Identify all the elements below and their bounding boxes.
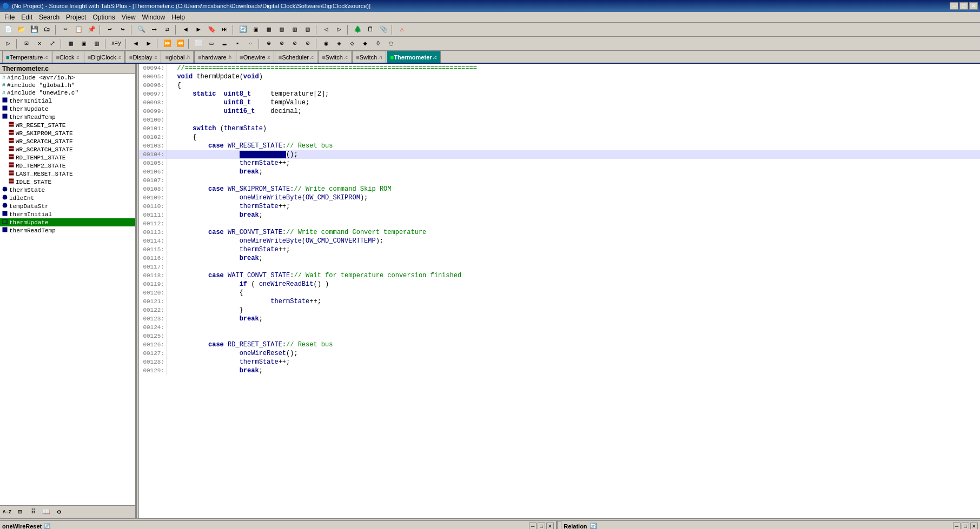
sidebar-item-12[interactable]: LAST_RESET_STATE (0, 170, 135, 178)
extra3-btn[interactable]: ⊘ (289, 38, 301, 50)
maximize-button[interactable]: □ (959, 2, 968, 10)
extra7-btn[interactable]: ◇ (346, 38, 358, 50)
sidebar-book-btn[interactable]: 📖 (40, 506, 52, 518)
win5-btn[interactable]: ▫ (244, 38, 256, 50)
tab-thermometer[interactable]: ■ Thermometer .c (387, 51, 441, 63)
br-close-btn[interactable]: ✕ (970, 523, 978, 530)
tag-btn[interactable]: ✕ (34, 38, 45, 50)
sidebar-scroll[interactable]: ##include <avr/io.h>##include "global.h"… (0, 74, 135, 505)
sidebar-item-14[interactable]: thermState (0, 186, 135, 194)
sidebar-item-2[interactable]: ##include "Onewire.c" (0, 89, 135, 97)
sidebar-item-0[interactable]: ##include <avr/io.h> (0, 74, 135, 82)
save-all-btn[interactable]: 🗂 (41, 24, 53, 36)
code-editor[interactable]: 00094: //===============================… (139, 64, 980, 518)
sidebar-item-5[interactable]: thermReadTemp (0, 113, 135, 121)
tab-global[interactable]: ■ global .h (162, 51, 194, 63)
sidebar-item-16[interactable]: tempDataStr (0, 202, 135, 210)
back-btn[interactable]: ◀ (180, 24, 191, 36)
sidebar-item-6[interactable]: WR_RESET_STATE (0, 121, 135, 129)
proj-btn[interactable]: ▷ (2, 38, 14, 50)
sidebar-item-3[interactable]: thermInitial (0, 97, 135, 105)
br-minimize-btn[interactable]: ─ (953, 523, 961, 530)
win1-btn[interactable]: ⬜ (193, 38, 204, 50)
sidebar-item-11[interactable]: RD_TEMP2_STATE (0, 162, 135, 170)
bl-minimize-btn[interactable]: ─ (529, 523, 537, 530)
sidebar-item-9[interactable]: WR_SCRATCH_STATE (0, 145, 135, 153)
tab-scheduler[interactable]: ■ Scheduler .c (275, 51, 317, 63)
bottom-v-splitter[interactable] (557, 521, 561, 529)
win2-btn[interactable]: ▭ (206, 38, 217, 50)
extra9-btn[interactable]: ◊ (372, 38, 384, 50)
menu-edit[interactable]: Edit (18, 12, 36, 22)
nextsym-btn[interactable]: ⏭ (218, 24, 230, 36)
bl-close-btn[interactable]: ✕ (546, 523, 554, 530)
tab-digiclock[interactable]: ■ DigiClock .c (84, 51, 125, 63)
tab-clock[interactable]: ■ Clock .c (52, 51, 83, 63)
sidebar-item-8[interactable]: WR_SCRATCH_STATE (0, 137, 135, 145)
tab-temperature[interactable]: ■ Temperature .c (2, 51, 51, 63)
win4-btn[interactable]: ▪ (231, 38, 243, 50)
new-btn[interactable]: 📄 (2, 24, 14, 36)
copy-btn[interactable]: 📋 (72, 24, 84, 36)
sidebar-item-19[interactable]: thermReadTemp (0, 226, 135, 235)
sidebar-item-17[interactable]: thermInitial (0, 210, 135, 218)
sidebar-settings-btn[interactable]: ⚙ (53, 506, 65, 518)
extra4-btn[interactable]: ⊙ (302, 38, 314, 50)
sidebar-item-7[interactable]: WR_SKIPROM_STATE (0, 129, 135, 137)
menu-file[interactable]: File (1, 12, 18, 22)
buf5-btn[interactable]: ▧ (302, 24, 314, 36)
tab-onewire[interactable]: ■ Onewire .c (236, 51, 274, 63)
open-btn[interactable]: 📂 (15, 24, 27, 36)
nextmark-btn[interactable]: ▶ (143, 38, 155, 50)
sidebar-item-13[interactable]: IDLE_STATE (0, 178, 135, 186)
sync2-btn[interactable]: ⊡ (21, 38, 32, 50)
buf4-btn[interactable]: ▥ (289, 24, 301, 36)
sidebar-item-10[interactable]: RD_TEMP1_STATE (0, 153, 135, 162)
sidebar-item-4[interactable]: thermUpdate (0, 105, 135, 113)
sidebar-dots-btn[interactable]: ⠿ (27, 506, 39, 518)
close-button[interactable]: ✕ (969, 2, 978, 10)
code-content[interactable]: 00094: //===============================… (139, 64, 980, 518)
buf1-btn[interactable]: ▣ (250, 24, 262, 36)
prevmark-btn[interactable]: ◀ (130, 38, 142, 50)
callhier-btn[interactable]: 🌲 (352, 24, 363, 36)
extra6-btn[interactable]: ◈ (333, 38, 345, 50)
paste-btn[interactable]: 📌 (85, 24, 97, 36)
menu-help[interactable]: Help (168, 12, 188, 22)
extra1-btn[interactable]: ⊕ (263, 38, 275, 50)
buf2-btn[interactable]: ▦ (263, 24, 275, 36)
tag2-btn[interactable]: ⤢ (47, 38, 58, 50)
redo-btn[interactable]: ↪ (117, 24, 129, 36)
save-btn[interactable]: 💾 (28, 24, 40, 36)
sidebar-grid-btn[interactable]: ⊞ (14, 506, 26, 518)
extra8-btn[interactable]: ◆ (359, 38, 371, 50)
tab-hardware[interactable]: ■ hardware .h (194, 51, 235, 63)
warn-btn[interactable]: ⚠ (396, 24, 408, 36)
menu-view[interactable]: View (118, 12, 139, 22)
find-btn[interactable]: 🔍 (135, 24, 147, 36)
sync-btn[interactable]: 🔄 (237, 24, 249, 36)
tab-display[interactable]: ■ Display .c (125, 51, 161, 63)
bookmark-btn[interactable]: 🔖 (206, 24, 217, 36)
layout3-btn[interactable]: ▥ (91, 38, 103, 50)
forward-btn[interactable]: ▶ (193, 24, 204, 36)
sidebar-item-1[interactable]: ##include "global.h" (0, 82, 135, 89)
sidebar-az-btn[interactable]: A-Z (1, 506, 13, 518)
def-btn[interactable]: 📎 (378, 24, 389, 36)
findnext-btn[interactable]: ⟶ (148, 24, 160, 36)
sidebar-item-18[interactable]: thermUpdate (0, 218, 135, 226)
win3-btn[interactable]: ▬ (218, 38, 230, 50)
tab-switch-h[interactable]: ■ Switch .h (352, 51, 386, 63)
extra10-btn[interactable]: ◌ (385, 38, 397, 50)
prevfunc-btn[interactable]: ◁ (320, 24, 332, 36)
menu-search[interactable]: Search (36, 12, 63, 22)
layout2-btn[interactable]: ▣ (78, 38, 90, 50)
menu-project[interactable]: Project (63, 12, 89, 22)
br-maximize-btn[interactable]: □ (962, 523, 969, 530)
menu-window[interactable]: Window (139, 12, 169, 22)
cut-btn[interactable]: ✂ (59, 24, 71, 36)
nextfunc-btn[interactable]: ▷ (333, 24, 345, 36)
jumpback-btn[interactable]: ⏪ (174, 38, 186, 50)
bl-maximize-btn[interactable]: □ (538, 523, 545, 530)
menu-options[interactable]: Options (89, 12, 118, 22)
